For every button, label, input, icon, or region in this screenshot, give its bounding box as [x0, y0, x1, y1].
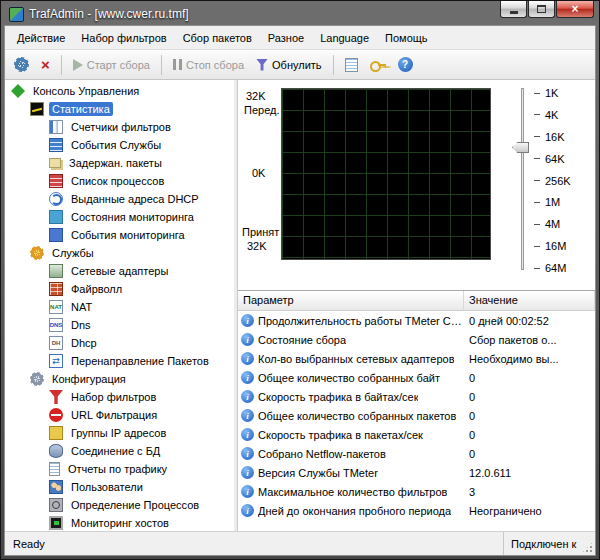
table-row[interactable]: iДней до окончания пробного периодаНеогр…	[238, 501, 595, 520]
dhcp-addresses-icon	[49, 192, 63, 206]
menu-item-5[interactable]: Помощь	[377, 28, 436, 48]
column-header-param[interactable]: Параметр	[238, 291, 464, 310]
stop-capture-button[interactable]: Стоп сбора	[168, 56, 249, 74]
menu-item-3[interactable]: Разное	[260, 28, 312, 48]
value-cell: 0	[464, 429, 595, 441]
param-text: Дней до окончания пробного периода	[258, 505, 451, 517]
table-row[interactable]: iСобрано Netflow-пакетов0	[238, 444, 595, 463]
tree-item-dhcp-addresses[interactable]: Выданные адреса DHCP	[5, 190, 234, 208]
tree-item-label: Соединение с БД	[68, 444, 163, 458]
status-text: Ready	[5, 538, 503, 550]
tree-item-process-list[interactable]: Список процессов	[5, 172, 234, 190]
param-cell: iСкорость трафика в пакетах/сек	[238, 428, 464, 441]
tree-item-nat[interactable]: NAT	[5, 298, 234, 316]
tree-item-configuration[interactable]: Конфигурация	[5, 370, 234, 388]
traffic-reports-icon	[49, 462, 60, 476]
tree-item-url-filtering[interactable]: URL Фильтрация	[5, 406, 234, 424]
main-area: Консоль УправленияСтатистикаСчетчики фил…	[5, 80, 595, 531]
stop-capture-label: Стоп сбора	[186, 59, 244, 71]
license-key-button[interactable]	[365, 57, 391, 73]
scale-slider-handle[interactable]	[512, 142, 529, 153]
table-row[interactable]: iСкорость трафика в пакетах/сек0	[238, 425, 595, 444]
window-title: TrafAdmin - [www.cwer.ru.tmf]	[29, 7, 189, 21]
scale-tick	[534, 246, 540, 247]
tree-item-traffic-reports[interactable]: Отчеты по трафику	[5, 460, 234, 478]
scale-label: 16M	[545, 240, 566, 252]
scale-row-4K: 4K	[534, 109, 592, 121]
tree-item-label: Статистика	[49, 102, 113, 116]
tree-item-label: Отчеты по трафику	[65, 462, 170, 476]
tree-item-delayed-packets[interactable]: Задержан. пакеты	[5, 154, 234, 172]
tree-item-users[interactable]: Пользователи	[5, 478, 234, 496]
tree-item-network-adapters[interactable]: Сетевые адаптеры	[5, 262, 234, 280]
scale-tick	[534, 202, 540, 203]
scale-label: 4K	[545, 109, 558, 121]
scale-tick	[534, 268, 540, 269]
info-icon: i	[241, 428, 254, 441]
tree-item-packet-redirect[interactable]: Перенаправление Пакетов	[5, 352, 234, 370]
value-cell: 3	[464, 486, 595, 498]
maximize-button[interactable]	[528, 1, 555, 18]
value-cell: Неограничено	[464, 505, 595, 517]
tree-item-dhcp[interactable]: Dhcp	[5, 334, 234, 352]
tree-item-label: NAT	[68, 300, 95, 314]
help-button[interactable]: ?	[393, 54, 418, 75]
param-cell: iСобрано Netflow-пакетов	[238, 447, 464, 460]
connection-status: Подключен к	[503, 532, 595, 555]
minimize-button[interactable]	[500, 1, 527, 18]
toolbar-separator	[61, 55, 62, 75]
tree-item-host-monitoring[interactable]: Мониторинг хостов	[5, 514, 234, 531]
info-icon: i	[241, 390, 254, 403]
edit-filters-button[interactable]	[9, 54, 34, 75]
param-cell: iОбщее количество собранных байт	[238, 371, 464, 384]
tree-item-statistics[interactable]: Статистика	[5, 100, 234, 118]
value-cell: Необходимо вы...	[464, 353, 595, 365]
help-icon: ?	[398, 57, 413, 72]
statistics-icon	[30, 102, 44, 116]
menu-item-2[interactable]: Сбор пакетов	[175, 28, 260, 48]
menu-item-0[interactable]: Действие	[9, 28, 73, 48]
tree-item-filter-set[interactable]: Набор фильтров	[5, 388, 234, 406]
tree-item-process-detection[interactable]: Определение Процессов	[5, 496, 234, 514]
tree-item-service-events[interactable]: События Службы	[5, 136, 234, 154]
tree-item-label: Мониторинг хостов	[68, 516, 172, 530]
tree-item-label: События мониторинга	[68, 228, 188, 242]
rules-button[interactable]	[340, 55, 363, 75]
tree-item-db-connection[interactable]: Соединение с БД	[5, 442, 234, 460]
table-row[interactable]: iМаксимальное количество фильтров3	[238, 482, 595, 501]
table-row[interactable]: iСостояние сбораСбор пакетов о...	[238, 330, 595, 349]
scale-row-16K: 16K	[534, 131, 592, 143]
window-controls: ×	[499, 1, 594, 18]
play-icon	[73, 59, 83, 71]
table-row[interactable]: iОбщее количество собранных байт0	[238, 368, 595, 387]
close-button[interactable]: ×	[556, 1, 594, 18]
table-row[interactable]: iОбщее количество собранных пакетов0	[238, 406, 595, 425]
tree-item-dns[interactable]: Dns	[5, 316, 234, 334]
table-row[interactable]: iСкорость трафика в байтах/сек0	[238, 387, 595, 406]
note-icon	[345, 58, 358, 72]
table-row[interactable]: iКол-во выбранных сетевых адаптеровНеобх…	[238, 349, 595, 368]
tree-item-ip-groups[interactable]: Группы IP адресов	[5, 424, 234, 442]
column-header-value[interactable]: Значение	[464, 291, 595, 310]
tree-item-monitoring-states[interactable]: Состояния мониторинга	[5, 208, 234, 226]
tree-item-firewall[interactable]: Файрволл	[5, 280, 234, 298]
tree-item-services[interactable]: Службы	[5, 244, 234, 262]
download-scale-value: 32K	[247, 240, 267, 252]
value-cell: 0	[464, 391, 595, 403]
table-row[interactable]: iВерсия Службы TMeter12.0.611	[238, 463, 595, 482]
menu-item-1[interactable]: Набор фильтров	[73, 28, 174, 48]
process-list-icon	[49, 174, 63, 188]
delete-button[interactable]: ×	[36, 56, 55, 74]
start-capture-button[interactable]: Старт сбора	[68, 56, 155, 74]
param-cell: iОбщее количество собранных пакетов	[238, 409, 464, 422]
scale-label: 256K	[545, 175, 571, 187]
tree-item-control-console[interactable]: Консоль Управления	[5, 82, 234, 100]
menu-item-4[interactable]: Language	[312, 28, 377, 48]
table-row[interactable]: iПродолжительность работы TMeter Служ...…	[238, 311, 595, 330]
console-icon	[11, 84, 25, 98]
tree-item-label: Сетевые адаптеры	[68, 264, 171, 278]
scale-slider-track[interactable]	[521, 88, 524, 270]
tree-item-filter-counters[interactable]: Счетчики фильтров	[5, 118, 234, 136]
tree-item-monitoring-events[interactable]: События мониторинга	[5, 226, 234, 244]
reset-counters-button[interactable]: Обнулить	[251, 56, 327, 74]
